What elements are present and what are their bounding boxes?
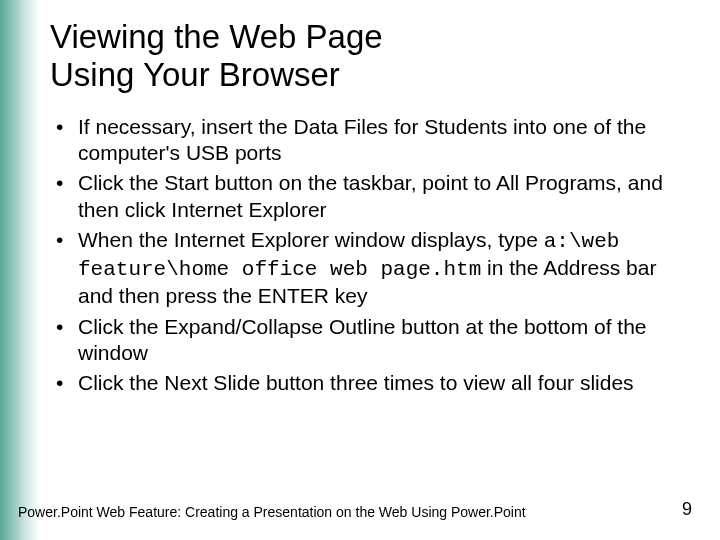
bullet-text: Click the Expand/Collapse Outline button…	[78, 315, 647, 364]
bullet-text: Click the Next Slide button three times …	[78, 371, 634, 394]
slide-content: Viewing the Web Page Using Your Browser …	[0, 0, 720, 540]
bullet-text: When the Internet Explorer window displa…	[78, 228, 544, 251]
bullet-text: If necessary, insert the Data Files for …	[78, 115, 646, 164]
list-item: If necessary, insert the Data Files for …	[78, 114, 690, 167]
list-item: Click the Next Slide button three times …	[78, 370, 690, 396]
slide-title: Viewing the Web Page Using Your Browser	[50, 18, 690, 94]
list-item: When the Internet Explorer window displa…	[78, 227, 690, 310]
title-line-2: Using Your Browser	[50, 56, 340, 93]
bullet-list: If necessary, insert the Data Files for …	[50, 114, 690, 397]
bullet-text: Click the Start button on the taskbar, p…	[78, 171, 663, 220]
title-line-1: Viewing the Web Page	[50, 18, 383, 55]
list-item: Click the Start button on the taskbar, p…	[78, 170, 690, 223]
list-item: Click the Expand/Collapse Outline button…	[78, 314, 690, 367]
